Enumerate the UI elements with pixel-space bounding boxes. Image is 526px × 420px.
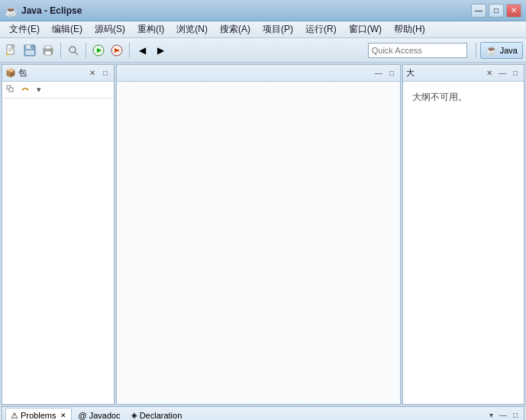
svg-line-14: [75, 52, 78, 55]
editor-maximize[interactable]: □: [386, 68, 397, 79]
quick-access-container: [368, 43, 467, 58]
bottom-tab-controls: ▾ — □: [486, 410, 521, 421]
menu-help[interactable]: 帮助(H): [388, 22, 431, 37]
maximize-button[interactable]: □: [489, 4, 504, 18]
save-button[interactable]: [21, 42, 38, 59]
menu-project[interactable]: 项目(P): [257, 22, 299, 37]
package-icon: 📦: [5, 68, 16, 78]
outline-header: 大 ✕ — □: [403, 65, 524, 82]
svg-rect-19: [115, 50, 119, 51]
svg-rect-11: [45, 51, 51, 55]
menu-search[interactable]: 搜索(A): [214, 22, 257, 37]
svg-rect-7: [31, 45, 32, 48]
declaration-icon: ◈: [131, 411, 137, 419]
svg-rect-6: [26, 45, 31, 49]
menu-file[interactable]: 文件(E): [3, 22, 46, 37]
java-perspective-button[interactable]: ☕ Java: [480, 42, 523, 59]
package-explorer-title: 包: [18, 67, 85, 79]
bottom-panel: ⚠ Problems ✕ @ Javadoc ◈ Declaration ▾ —…: [2, 406, 524, 420]
prev-button[interactable]: ◀: [134, 42, 150, 59]
link-with-editor-button[interactable]: [19, 84, 31, 96]
menu-bar: 文件(E) 编辑(E) 源码(S) 重构(I) 浏览(N) 搜索(A) 项目(P…: [0, 21, 526, 38]
app-icon: ☕: [5, 5, 17, 17]
java-perspective-icon: ☕: [486, 44, 498, 56]
outline-title: 大: [406, 67, 482, 79]
editor-body[interactable]: [117, 82, 400, 404]
close-button[interactable]: ✕: [506, 4, 521, 18]
package-toolbar: ▾: [2, 82, 114, 99]
toolbar-sep-1: [60, 43, 61, 58]
editor-panel: — □: [116, 64, 401, 405]
window-controls: — □ ✕: [471, 4, 521, 18]
package-explorer-maximize[interactable]: □: [100, 68, 111, 79]
view-menu-button[interactable]: ▾: [33, 84, 45, 96]
menu-window[interactable]: 窗口(W): [343, 22, 388, 37]
title-bar: ☕ Java - Eclipse — □ ✕: [0, 0, 526, 21]
tab-declaration[interactable]: ◈ Declaration: [127, 408, 187, 421]
print-button[interactable]: [40, 42, 56, 59]
problems-tab-close[interactable]: ✕: [60, 412, 66, 419]
toolbar: ◀ ▶ ☕ Java: [0, 38, 526, 63]
bottom-view-menu[interactable]: ▾: [486, 410, 496, 421]
svg-point-13: [69, 47, 76, 53]
svg-rect-21: [9, 88, 13, 92]
toolbar-sep-4: [476, 43, 476, 58]
bottom-minimize[interactable]: —: [498, 410, 508, 421]
bottom-tabs-bar: ⚠ Problems ✕ @ Javadoc ◈ Declaration ▾ —…: [2, 407, 524, 420]
outline-body: 大纲不可用。: [403, 82, 524, 404]
search-button[interactable]: [65, 42, 82, 59]
outline-minimize[interactable]: —: [497, 68, 508, 79]
menu-source[interactable]: 源码(S): [89, 22, 131, 37]
debug-button[interactable]: [108, 42, 125, 59]
outline-not-available-text: 大纲不可用。: [406, 85, 521, 110]
declaration-tab-label: Declaration: [140, 411, 182, 420]
bottom-maximize[interactable]: □: [510, 410, 521, 421]
javadoc-tab-label: Javadoc: [89, 411, 121, 420]
svg-rect-8: [25, 50, 34, 55]
toolbar-sep-2: [86, 43, 86, 58]
package-explorer-panel: 📦 包 ✕ □ ▾: [2, 64, 115, 405]
package-explorer-header: 📦 包 ✕ □: [2, 65, 114, 82]
problems-icon: ⚠: [11, 411, 18, 421]
quick-access-input[interactable]: [368, 43, 467, 58]
menu-refactor[interactable]: 重构(I): [131, 22, 170, 37]
menu-edit[interactable]: 编辑(E): [46, 22, 89, 37]
new-file-button[interactable]: [3, 42, 20, 59]
menu-run[interactable]: 运行(R): [299, 22, 343, 37]
javadoc-icon: @: [78, 411, 86, 420]
outline-panel: 大 ✕ — □ 大纲不可用。: [402, 64, 524, 405]
svg-point-12: [50, 50, 52, 51]
collapse-all-button[interactable]: [5, 84, 18, 96]
editor-header: — □: [117, 65, 400, 82]
package-explorer-minimize[interactable]: ✕: [87, 68, 98, 79]
title-text: Java - Eclipse: [21, 5, 471, 16]
run-button[interactable]: [90, 42, 107, 59]
problems-tab-label: Problems: [21, 411, 56, 420]
outline-close[interactable]: ✕: [484, 68, 495, 79]
package-explorer-body: [2, 99, 114, 404]
minimize-button[interactable]: —: [471, 4, 486, 18]
svg-rect-10: [45, 46, 51, 49]
java-perspective-label: Java: [500, 46, 518, 55]
tab-problems[interactable]: ⚠ Problems ✕: [5, 408, 72, 420]
menu-navigate[interactable]: 浏览(N): [170, 22, 214, 37]
main-area: 📦 包 ✕ □ ▾ — □ 大 ✕ — □: [0, 63, 526, 406]
toolbar-sep-3: [129, 43, 130, 58]
tab-javadoc[interactable]: @ Javadoc: [73, 408, 124, 421]
outline-maximize[interactable]: □: [510, 68, 521, 79]
editor-minimize[interactable]: —: [373, 68, 384, 79]
next-button[interactable]: ▶: [152, 42, 169, 59]
